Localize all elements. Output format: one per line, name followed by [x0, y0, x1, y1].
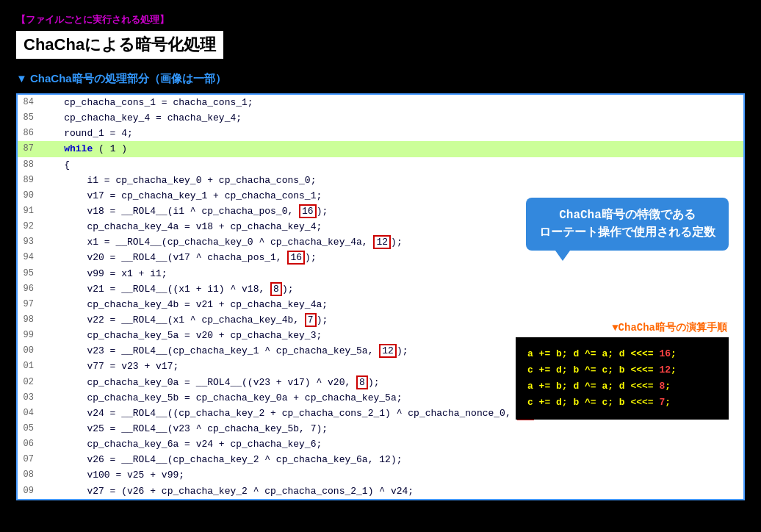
algo-line3: a += b; d ^= a; d <<<= 8; — [527, 378, 717, 395]
code-line-88: 88 { — [18, 157, 743, 173]
code-line-07: 07 v26 = __ROL4__(cp_chacha_key_2 ^ cp_c… — [18, 452, 743, 467]
top-label: 【ファイルごとに実行される処理】 — [16, 13, 745, 26]
code-line-08: 08 v100 = v25 + v99; — [18, 467, 743, 483]
algo-box: a += b; d ^= a; d <<<= 16; c += d; b ^= … — [516, 337, 729, 420]
code-line-89: 89 i1 = cp_chacha_key_0 + cp_chacha_cons… — [18, 173, 743, 188]
tooltip-bubble: ChaCha暗号の特徴である ローテート操作で使用される定数 — [526, 198, 729, 251]
code-line-95: 95 v99 = x1 + i1; — [18, 266, 743, 281]
page-container: 【ファイルごとに実行される処理】 ChaChaによる暗号化処理 ▼ ChaCha… — [0, 0, 761, 532]
main-title: ChaChaによる暗号化処理 — [16, 31, 223, 59]
code-line-86: 86 round_1 = 4; — [18, 126, 743, 141]
code-line-09: 09 v27 = (v26 + cp_chacha_key_2 ^ cp_cha… — [18, 484, 743, 499]
code-line-94: 94 v20 = __ROL4__(v17 ^ chacha_pos_1, 16… — [18, 250, 743, 265]
algo-line4: c += d; b ^= c; b <<<= 7; — [527, 395, 717, 411]
section-header: ▼ ChaCha暗号の処理部分（画像は一部） — [16, 72, 745, 86]
tooltip-line1: ChaCha暗号の特徴である — [559, 209, 696, 222]
code-line-05: 05 v25 = __ROL4__(v23 ^ cp_chacha_key_5b… — [18, 421, 743, 436]
code-line-84: 84 cp_chacha_cons_1 = chacha_cons_1; — [18, 95, 743, 110]
algo-title: ▼ChaCha暗号の演算手順 — [612, 322, 727, 334]
algo-line1: a += b; d ^= a; d <<<= 16; — [527, 346, 717, 362]
tooltip-line2: ローテート操作で使用される定数 — [539, 226, 715, 240]
code-line-87: 87 while ( 1 ) — [18, 141, 743, 157]
code-line-85: 85 cp_chacha_key_4 = chacha_key_4; — [18, 110, 743, 126]
algo-line2: c += d; b ^= c; b <<<= 12; — [527, 362, 717, 378]
algo-title-container: ▼ChaCha暗号の演算手順 — [612, 321, 727, 334]
code-line-97: 97 cp_chacha_key_4b = v21 + cp_chacha_ke… — [18, 297, 743, 312]
code-line-06: 06 cp_chacha_key_6a = v24 + cp_chacha_ke… — [18, 436, 743, 452]
code-section: 84 cp_chacha_cons_1 = chacha_cons_1; 85 … — [16, 93, 745, 500]
code-line-96: 96 v21 = __ROL4__((x1 + i1) ^ v18, 8); — [18, 281, 743, 297]
